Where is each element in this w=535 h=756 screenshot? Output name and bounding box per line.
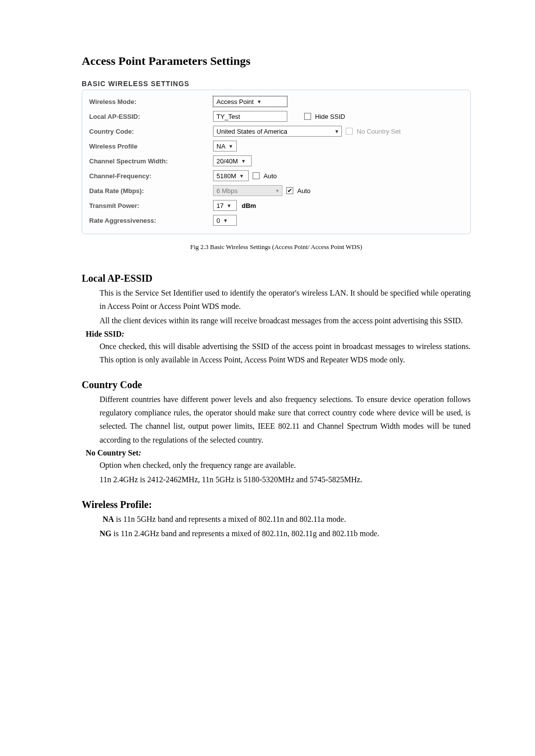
channel-spectrum-width-select[interactable]: 20/40M ▼ (213, 155, 252, 166)
chevron-down-icon: ▼ (226, 203, 231, 208)
datarate-auto-label: Auto (297, 187, 311, 195)
section-wireless-profile-title: Wireless Profile: (82, 499, 471, 510)
wireless-mode-value: Access Point (216, 98, 254, 105)
hide-ssid-label: Hide SSID (315, 113, 345, 120)
country-code-select[interactable]: United States of America ▼ (213, 126, 342, 137)
row-channel-frequency: Channel-Frequency: 5180M ▼ Auto (89, 168, 463, 183)
row-transmit-power: Transmit Power: 17 ▼ dBm (89, 198, 463, 213)
no-country-set-p1: Option when checked, only the frequency … (100, 458, 471, 472)
txpower-value: 17 (216, 202, 223, 209)
row-wireless-profile: Wireless Profile NA ▼ (89, 139, 463, 153)
wireless-profile-line-na: NA is 11n 5GHz band and represents a mix… (103, 512, 471, 526)
chevron-down-icon: ▼ (275, 188, 280, 194)
label-transmit-power: Transmit Power: (89, 202, 213, 209)
chfreq-value: 5180M (216, 172, 236, 180)
local-ap-essid-p1: This is the Service Set Identifier used … (100, 286, 471, 313)
row-rate-aggressiveness: Rate Aggressiveness: 0 ▼ (89, 213, 463, 228)
chfreq-auto-label: Auto (264, 172, 277, 180)
txpower-unit: dBm (242, 202, 256, 209)
row-local-ap-essid: Local AP-ESSID: TY_Test Hide SSID (89, 109, 463, 124)
local-ap-essid-input[interactable]: TY_Test (213, 111, 287, 122)
wireless-profile-line-ng: NG is 11n 2.4GHz band and represents a m… (100, 527, 471, 540)
label-channel-spectrum-width: Channel Spectrum Width: (89, 157, 213, 165)
basic-wireless-settings-panel: Wireless Mode: Access Point ▼ Local AP-E… (82, 90, 471, 234)
chevron-down-icon: ▼ (334, 129, 339, 134)
row-channel-spectrum-width: Channel Spectrum Width: 20/40M ▼ (89, 153, 463, 168)
hide-ssid-checkbox[interactable] (304, 113, 311, 120)
section-local-ap-essid-title: Local AP-ESSID (82, 273, 471, 284)
data-rate-select: 6 Mbps ▼ (213, 185, 282, 196)
figure-caption: Fig 2.3 Basic Wireless Settings (Access … (82, 243, 471, 251)
hide-ssid-subhead: Hide SSID: (86, 330, 471, 339)
label-data-rate: Data Rate (Mbps): (89, 187, 213, 195)
label-wireless-mode: Wireless Mode: (89, 98, 213, 105)
row-wireless-mode: Wireless Mode: Access Point ▼ (89, 94, 463, 109)
chevron-down-icon: ▼ (223, 218, 228, 223)
no-country-set-label: No Country Set (357, 128, 401, 135)
rateagg-value: 0 (216, 217, 220, 224)
country-code-value: United States of America (216, 128, 287, 135)
panel-title: BASIC WIRELESS SETTINGS (82, 80, 471, 88)
no-country-set-checkbox[interactable] (346, 128, 353, 135)
datarate-value: 6 Mbps (216, 187, 238, 195)
label-channel-frequency: Channel-Frequency: (89, 172, 213, 180)
section-country-code-title: Country Code (82, 379, 471, 391)
chevron-down-icon: ▼ (228, 144, 233, 149)
data-rate-auto-checkbox[interactable]: ✔ (286, 187, 293, 194)
channel-frequency-auto-checkbox[interactable] (253, 172, 260, 179)
chevron-down-icon: ▼ (257, 99, 262, 104)
local-ap-essid-p2: All the client devices within its range … (100, 314, 471, 327)
page-title: Access Point Parameters Settings (82, 54, 471, 68)
rate-aggressiveness-select[interactable]: 0 ▼ (213, 215, 237, 226)
no-country-set-subhead: No Country Set: (86, 449, 471, 457)
label-country-code: Country Code: (89, 128, 213, 135)
label-wireless-profile: Wireless Profile (89, 143, 213, 150)
chevron-down-icon: ▼ (241, 158, 246, 164)
csw-value: 20/40M (216, 157, 238, 165)
chevron-down-icon: ▼ (239, 173, 244, 179)
hide-ssid-body: Once checked, this will disable advertis… (100, 340, 471, 366)
transmit-power-select[interactable]: 17 ▼ (213, 200, 237, 211)
wireless-profile-select[interactable]: NA ▼ (213, 141, 237, 151)
label-local-ap-essid: Local AP-ESSID: (89, 113, 213, 120)
wireless-profile-value: NA (216, 143, 225, 150)
row-data-rate: Data Rate (Mbps): 6 Mbps ▼ ✔ Auto (89, 183, 463, 198)
wireless-mode-select[interactable]: Access Point ▼ (213, 96, 287, 107)
no-country-set-p2: 11n 2.4GHz is 2412-2462MHz, 11n 5GHz is … (100, 473, 471, 486)
channel-frequency-select[interactable]: 5180M ▼ (213, 170, 249, 181)
country-code-p1: Different countries have different power… (100, 393, 471, 447)
label-rate-aggressiveness: Rate Aggressiveness: (89, 217, 213, 224)
row-country-code: Country Code: United States of America ▼… (89, 124, 463, 139)
